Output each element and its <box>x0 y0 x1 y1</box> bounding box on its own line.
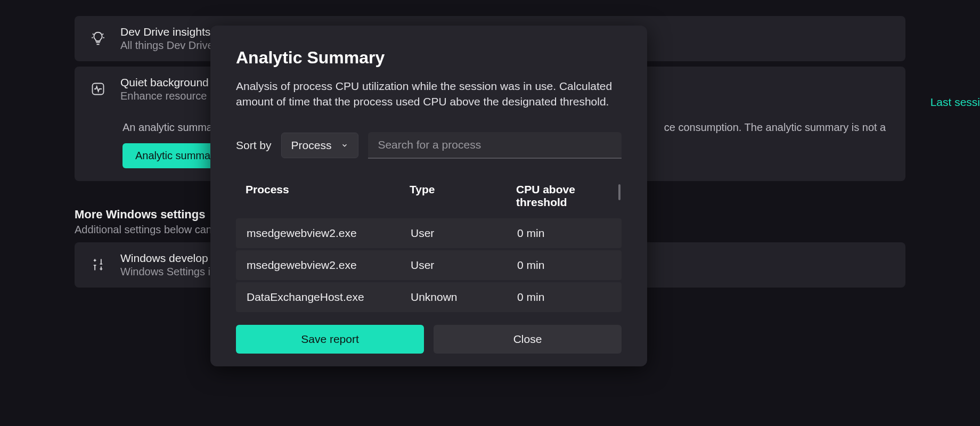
windows-dev-subtitle: Windows Settings inf <box>120 266 219 278</box>
table-header: Process Type CPU above threshold <box>236 183 622 218</box>
cell-type: User <box>411 227 517 240</box>
dev-drive-subtitle: All things Dev Drive, <box>120 39 216 52</box>
sort-by-label: Sort by <box>236 139 272 152</box>
pulse-icon <box>88 79 108 99</box>
last-session-link[interactable]: Last sessi <box>930 96 980 109</box>
col-header-process[interactable]: Process <box>246 183 410 209</box>
col-header-cpu[interactable]: CPU above threshold <box>516 183 612 209</box>
table-row[interactable]: DataExchangeHost.exe Unknown 0 min <box>236 282 622 312</box>
sort-by-value: Process <box>291 139 332 152</box>
scrollbar-thumb[interactable] <box>618 184 620 200</box>
table-row[interactable]: msedgewebview2.exe User 0 min <box>236 250 622 280</box>
cell-type: User <box>411 259 517 272</box>
quiet-bg-subtitle: Enhance resource ma <box>120 90 225 102</box>
dialog-title: Analytic Summary <box>236 48 622 68</box>
dev-drive-title: Dev Drive insights <box>120 26 216 38</box>
dialog-description: Analysis of process CPU utilization whil… <box>236 78 622 110</box>
windows-dev-title: Windows develop <box>120 252 219 265</box>
search-input[interactable] <box>368 132 622 159</box>
cell-type: Unknown <box>411 291 517 304</box>
save-report-button[interactable]: Save report <box>236 325 424 354</box>
cell-cpu: 0 min <box>517 259 611 272</box>
table-row[interactable]: msedgewebview2.exe User 0 min <box>236 218 622 248</box>
sort-by-dropdown[interactable]: Process <box>281 133 359 158</box>
svg-line-0 <box>93 34 94 35</box>
cell-cpu: 0 min <box>517 291 611 304</box>
cell-process: msedgewebview2.exe <box>247 227 411 240</box>
cell-process: msedgewebview2.exe <box>247 259 411 272</box>
tools-icon <box>88 255 108 274</box>
col-header-type[interactable]: Type <box>410 183 516 209</box>
svg-line-1 <box>102 34 103 35</box>
chevron-down-icon <box>341 142 348 149</box>
cell-process: DataExchangeHost.exe <box>247 291 411 304</box>
table-body: msedgewebview2.exe User 0 min msedgewebv… <box>236 218 622 312</box>
lightbulb-icon <box>88 29 108 48</box>
analytic-summary-dialog: Analytic Summary Analysis of process CPU… <box>210 26 647 366</box>
close-button[interactable]: Close <box>434 325 622 354</box>
quiet-bg-title: Quiet background <box>120 76 225 89</box>
analytic-summary-button[interactable]: Analytic summa <box>123 143 223 168</box>
cell-cpu: 0 min <box>517 227 611 240</box>
